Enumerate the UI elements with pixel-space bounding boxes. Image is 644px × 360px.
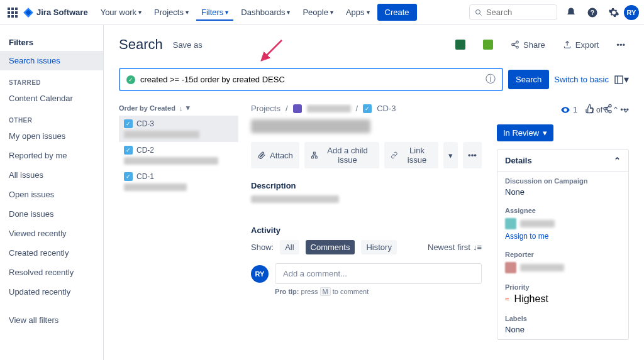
valid-check-icon: ✓	[126, 75, 135, 84]
eye-icon	[560, 105, 570, 115]
sidebar-item-created[interactable]: Created recently	[0, 243, 103, 263]
result-item-cd2[interactable]: ✓CD-2	[119, 142, 238, 168]
create-button[interactable]: Create	[377, 4, 417, 21]
svg-rect-22	[315, 156, 317, 158]
search-icon	[475, 8, 482, 17]
link-dropdown[interactable]: ▾	[443, 142, 458, 168]
show-label: Show:	[251, 243, 274, 252]
svg-rect-0	[8, 8, 10, 10]
nav-your-work[interactable]: Your work▾	[96, 4, 147, 21]
field-labels-value: None	[505, 325, 621, 334]
jira-logo[interactable]: Jira Software	[23, 7, 88, 18]
sort-newest-first[interactable]: Newest first↓≡	[428, 243, 482, 252]
attach-button[interactable]: Attach	[251, 142, 299, 168]
share-button[interactable]: Share	[507, 38, 549, 52]
watch-button[interactable]: 1	[560, 105, 577, 115]
sidebar-view-all[interactable]: View all filters	[0, 310, 103, 330]
link-issue-button[interactable]: Link issue	[384, 142, 438, 168]
breadcrumb-projects[interactable]: Projects	[251, 104, 280, 113]
sidebar-item-viewed[interactable]: Viewed recently	[0, 224, 103, 243]
tab-all[interactable]: All	[280, 240, 299, 254]
user-avatar[interactable]: RY	[624, 5, 639, 20]
global-search[interactable]	[469, 4, 557, 20]
page-next[interactable]: ⌄	[623, 106, 629, 114]
save-as-button[interactable]: Save as	[173, 40, 203, 50]
add-child-button[interactable]: Add a child issue	[304, 142, 380, 168]
settings-icon[interactable]	[606, 5, 621, 20]
tab-comments[interactable]: Comments	[306, 240, 355, 254]
tab-history[interactable]: History	[361, 240, 396, 254]
sidebar-item-open[interactable]: Open issues	[0, 185, 103, 204]
result-item-cd3[interactable]: ✓CD-3	[119, 116, 238, 142]
export-icon	[563, 40, 572, 49]
tree-icon	[311, 151, 318, 160]
export-button[interactable]: Export	[559, 38, 603, 52]
help-icon[interactable]: ?	[585, 5, 600, 20]
search-button[interactable]: Search	[508, 70, 549, 89]
nav-people[interactable]: People▾	[297, 4, 338, 21]
chevron-down-icon: ▾	[287, 9, 290, 16]
svg-rect-6	[8, 15, 10, 18]
sidebar-item-resolved[interactable]: Resolved recently	[0, 263, 103, 282]
comment-avatar: RY	[251, 265, 269, 283]
jql-input-wrap[interactable]: ✓ ⓘ	[119, 68, 503, 91]
assign-to-me[interactable]: Assign to me	[505, 232, 621, 241]
sheets-export-icon[interactable]	[479, 37, 497, 52]
field-discussion-value: None	[505, 187, 621, 197]
nav-apps[interactable]: Apps▾	[341, 4, 375, 21]
sidebar-item-all[interactable]: All issues	[0, 165, 103, 185]
details-header[interactable]: Details⌃	[497, 150, 628, 172]
field-reporter-value[interactable]	[505, 262, 621, 273]
priority-highest-icon: ≈	[505, 295, 509, 303]
sidebar-starred-heading: STARRED	[0, 70, 103, 89]
nav-dashboards[interactable]: Dashboards▾	[236, 4, 295, 21]
description-heading: Description	[251, 181, 482, 190]
svg-line-16	[514, 45, 516, 46]
order-by-control[interactable]: Order by Created↓▾	[119, 104, 238, 116]
description-content	[251, 195, 339, 203]
chevron-down-icon: ▾	[367, 9, 370, 16]
arrow-down-icon: ↓	[179, 104, 183, 112]
result-item-cd1[interactable]: ✓CD-1	[119, 168, 238, 195]
sidebar-item-reported[interactable]: Reported by me	[0, 146, 103, 165]
svg-rect-8	[15, 15, 18, 18]
breadcrumb: Projects / / ✓ CD-3	[251, 104, 482, 113]
more-actions-button[interactable]: •••	[463, 142, 482, 168]
global-search-input[interactable]	[486, 8, 552, 17]
jira-logo-icon	[23, 7, 34, 18]
sidebar-item-content-calendar[interactable]: Content Calendar	[0, 89, 103, 108]
sidebar-item-done[interactable]: Done issues	[0, 204, 103, 224]
svg-point-13	[516, 41, 519, 43]
chevron-down-icon: ▾	[138, 9, 142, 16]
comment-input[interactable]: Add a comment...	[275, 263, 482, 284]
annotation-arrow	[258, 39, 283, 64]
breadcrumb-key[interactable]: CD-3	[377, 104, 396, 113]
notifications-icon[interactable]	[564, 5, 579, 20]
nav-projects[interactable]: Projects▾	[149, 4, 194, 21]
sidebar-item-my-open[interactable]: My open issues	[0, 126, 103, 146]
chevron-down-icon: ▾	[186, 104, 190, 112]
sidebar-item-updated[interactable]: Updated recently	[0, 282, 103, 302]
nav-filters[interactable]: Filters▾	[196, 4, 233, 21]
svg-rect-2	[15, 8, 18, 10]
field-priority-value[interactable]: ≈Highest	[505, 293, 621, 305]
field-assignee-value[interactable]	[505, 218, 621, 229]
task-icon: ✓	[124, 119, 133, 128]
sidebar-search-issues[interactable]: Search issues	[0, 51, 103, 70]
jql-input[interactable]	[140, 75, 480, 84]
page-prev[interactable]: ⌃	[613, 106, 619, 114]
status-button[interactable]: In Review▾	[497, 124, 553, 141]
columns-icon[interactable]: ▾	[614, 74, 629, 85]
task-icon: ✓	[363, 104, 372, 113]
link-icon	[391, 151, 398, 160]
jql-help-icon[interactable]: ⓘ	[486, 73, 496, 86]
switch-to-basic[interactable]: Switch to basic	[554, 75, 609, 84]
task-icon: ✓	[124, 146, 133, 155]
chevron-up-icon: ⌃	[614, 156, 621, 165]
app-switcher-icon[interactable]	[5, 5, 20, 20]
more-button[interactable]: •••	[613, 38, 629, 52]
excel-export-icon[interactable]	[452, 37, 469, 52]
svg-rect-7	[11, 15, 14, 18]
svg-line-17	[514, 43, 516, 44]
chevron-down-icon: ▾	[225, 9, 228, 16]
